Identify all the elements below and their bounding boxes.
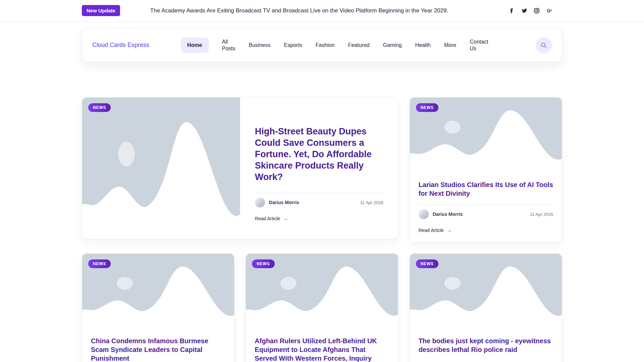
nav-item-esports[interactable]: Esports xyxy=(284,42,302,49)
nav-item-all-posts[interactable]: All Posts xyxy=(222,39,235,52)
article-image-placeholder: NEWS xyxy=(82,254,234,328)
article-image-placeholder: NEWS xyxy=(410,98,562,172)
author-avatar xyxy=(419,209,429,219)
article-title[interactable]: China Condemns Infamous Burmese Scam Syn… xyxy=(91,337,225,362)
instagram-icon[interactable] xyxy=(533,7,540,14)
social-links xyxy=(508,7,562,14)
read-article-label: Read Article xyxy=(255,216,280,221)
search-button[interactable] xyxy=(536,37,552,53)
arrow-right-icon: → xyxy=(447,228,451,233)
nav-item-featured[interactable]: Featured xyxy=(348,42,370,49)
author-avatar xyxy=(255,197,265,207)
nav-item-home[interactable]: Home xyxy=(181,38,208,53)
article-content: Larian Studios Clarifies Its Use of AI T… xyxy=(410,172,562,242)
category-badge[interactable]: NEWS xyxy=(252,259,274,268)
arrow-right-icon: → xyxy=(283,216,288,221)
nav-item-contact-us[interactable]: Contact Us xyxy=(470,39,488,52)
facebook-icon[interactable] xyxy=(508,7,516,14)
article-card: NEWS Afghan Rulers Utilized Left-Behind … xyxy=(246,253,398,362)
article-image-placeholder: NEWS xyxy=(410,254,562,328)
article-date: 11 Apr 2026 xyxy=(360,200,383,205)
nav-item-fashion[interactable]: Fashion xyxy=(316,42,335,49)
category-badge[interactable]: NEWS xyxy=(88,103,111,112)
article-date: 11 Apr 2026 xyxy=(530,212,553,217)
topbar-inner: New Update The Academy Awards Are Exitin… xyxy=(82,5,562,16)
author-row: Darius Morris 11 Apr 2026 xyxy=(255,193,383,212)
article-content: China Condemns Infamous Burmese Scam Syn… xyxy=(82,328,234,362)
search-icon xyxy=(540,42,547,49)
google-plus-icon[interactable] xyxy=(545,7,553,14)
article-content: High-Street Beauty Dupes Could Save Cons… xyxy=(240,98,398,239)
category-badge[interactable]: NEWS xyxy=(416,103,438,112)
primary-nav: Home All Posts Business Esports Fashion … xyxy=(181,38,488,53)
nav-item-health[interactable]: Health xyxy=(415,42,431,49)
article-title[interactable]: The bodies just kept coming - eyewitness… xyxy=(419,337,553,354)
article-image-placeholder: NEWS xyxy=(82,98,240,239)
topbar: New Update The Academy Awards Are Exitin… xyxy=(0,0,644,21)
article-image-placeholder: NEWS xyxy=(246,254,398,328)
author-name: Darius Morris xyxy=(269,200,299,205)
article-card-featured: NEWS High-Street Beauty Dupes Could Save… xyxy=(82,97,398,239)
article-title[interactable]: Afghan Rulers Utilized Left-Behind UK Eq… xyxy=(255,337,389,362)
read-article-link[interactable]: Read Article → xyxy=(255,216,288,221)
article-card: NEWS China Condemns Infamous Burmese Sca… xyxy=(82,253,234,362)
author-name: Darius Morris xyxy=(433,212,463,217)
article-title[interactable]: High-Street Beauty Dupes Could Save Cons… xyxy=(255,126,383,183)
article-title[interactable]: Larian Studios Clarifies Its Use of AI T… xyxy=(419,180,553,198)
update-badge: New Update xyxy=(82,5,120,16)
site-logo[interactable]: Cloud Cards Express xyxy=(92,42,149,49)
navbar: Cloud Cards Express Home All Posts Busin… xyxy=(82,28,562,62)
category-badge[interactable]: NEWS xyxy=(88,259,111,268)
nav-item-more[interactable]: More xyxy=(444,42,456,49)
twitter-icon[interactable] xyxy=(521,7,528,14)
articles-grid: NEWS High-Street Beauty Dupes Could Save… xyxy=(82,97,562,362)
read-article-label: Read Article xyxy=(419,228,444,233)
placeholder-mountains-icon xyxy=(82,98,240,239)
nav-item-business[interactable]: Business xyxy=(249,42,271,49)
author-row: Darius Morris 11 Apr 2026 xyxy=(419,205,553,224)
article-card: NEWS Larian Studios Clarifies Its Use of… xyxy=(410,97,562,242)
read-article-link[interactable]: Read Article → xyxy=(419,228,451,233)
article-card: NEWS The bodies just kept coming - eyewi… xyxy=(410,253,562,362)
announcement-text: The Academy Awards Are Exiting Broadcast… xyxy=(150,7,448,14)
category-badge[interactable]: NEWS xyxy=(416,259,438,268)
nav-section: Cloud Cards Express Home All Posts Busin… xyxy=(0,28,644,62)
article-content: The bodies just kept coming - eyewitness… xyxy=(410,328,562,362)
article-content: Afghan Rulers Utilized Left-Behind UK Eq… xyxy=(246,328,398,362)
nav-item-gaming[interactable]: Gaming xyxy=(383,42,402,49)
